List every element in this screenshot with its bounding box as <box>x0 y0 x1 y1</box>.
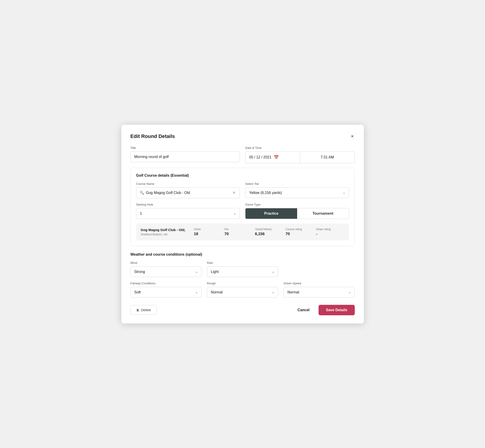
course-name-group: Course Name 🔍 ✕ <box>136 182 240 198</box>
rough-dropdown[interactable]: Short Normal Long Very Long <box>211 290 274 294</box>
select-tee-label: Select Tee <box>245 182 349 185</box>
course-rating-stat: Course rating 70 <box>283 228 314 236</box>
title-label: Title <box>130 146 240 150</box>
course-info-box: Gog Magog Golf Club - Old, Shelford Bott… <box>136 224 349 240</box>
clear-course-button[interactable]: ✕ <box>232 190 236 196</box>
weather-section: Weather and course conditions (optional)… <box>130 252 355 297</box>
delete-button[interactable]: 🗑 Delete <box>130 305 157 315</box>
date-part[interactable]: 05 / 12 / 2021 📅 <box>245 152 300 163</box>
wind-select-wrap: Calm Light Moderate Strong Very Strong ⌄ <box>130 266 202 277</box>
date-value: 05 / 12 / 2021 <box>249 155 271 159</box>
rain-label: Rain <box>207 261 278 264</box>
course-info-name: Gog Magog Golf Club - Old, Shelford Bott… <box>141 228 192 236</box>
golf-section-title: Golf Course details (Essential) <box>136 174 349 177</box>
game-type-toggle: Practice Tournament <box>245 208 349 219</box>
save-button[interactable]: Save Details <box>319 305 355 315</box>
yards-stat: Yards(Yellow) 6,156 <box>253 228 283 236</box>
starting-hole-label: Starting Hole <box>136 203 240 206</box>
holes-stat: Holes 18 <box>192 228 222 236</box>
title-group: Title <box>130 146 240 163</box>
datetime-label: Date & Time <box>245 146 355 150</box>
wind-rain-row: Wind Calm Light Moderate Strong Very Str… <box>130 261 355 277</box>
rain-dropdown[interactable]: None Light Moderate Heavy <box>211 270 274 274</box>
starting-hole-dropdown[interactable]: 1 2 3 10 <box>140 211 236 215</box>
rough-label: Rough <box>207 282 278 285</box>
course-search-wrap: 🔍 ✕ <box>136 187 240 198</box>
holes-label: Holes <box>194 228 201 231</box>
cancel-button[interactable]: Cancel <box>294 305 313 315</box>
course-name-label: Course Name <box>136 182 240 185</box>
wind-dropdown[interactable]: Calm Light Moderate Strong Very Strong <box>134 270 198 274</box>
course-location: Shelford Bottom, UK <box>141 233 192 236</box>
rough-group: Rough Short Normal Long Very Long ⌄ <box>207 282 278 297</box>
holes-value: 18 <box>194 232 198 236</box>
wind-group: Wind Calm Light Moderate Strong Very Str… <box>130 261 202 277</box>
starting-hole-group: Starting Hole 1 2 3 10 ⌄ <box>136 203 240 219</box>
close-button[interactable]: × <box>350 133 355 140</box>
datetime-group: Date & Time 05 / 12 / 2021 📅 7:31 AM <box>245 146 355 163</box>
green-speed-group: Green Speed Slow Normal Fast Very Fast ⌄ <box>283 282 355 297</box>
par-value: 70 <box>224 232 229 236</box>
course-rating-label: Course rating <box>285 228 302 231</box>
fairway-select-wrap: Dry Normal Soft Wet ⌄ <box>130 287 202 297</box>
tournament-button[interactable]: Tournament <box>297 208 349 219</box>
calendar-icon: 📅 <box>274 155 279 160</box>
course-name-display: Gog Magog Golf Club - Old, <box>141 228 192 232</box>
par-label: Par <box>224 228 229 231</box>
course-name-input[interactable] <box>146 188 232 198</box>
yards-label: Yards(Yellow) <box>255 228 272 231</box>
time-value: 7:31 AM <box>321 155 334 159</box>
green-speed-dropdown[interactable]: Slow Normal Fast Very Fast <box>287 290 351 294</box>
slope-rating-stat: Slope rating - <box>314 228 344 236</box>
fairway-dropdown[interactable]: Dry Normal Soft Wet <box>134 290 198 294</box>
footer-row: 🗑 Delete Cancel Save Details <box>130 305 355 315</box>
edit-round-modal: Edit Round Details × Title Date & Time 0… <box>121 125 364 323</box>
green-speed-label: Green Speed <box>283 282 355 285</box>
search-icon: 🔍 <box>140 191 144 195</box>
slope-rating-value: - <box>316 232 317 236</box>
rain-group: Rain None Light Moderate Heavy ⌄ <box>207 261 278 277</box>
slope-rating-label: Slope rating <box>316 228 331 231</box>
modal-header: Edit Round Details × <box>130 133 355 140</box>
weather-section-title: Weather and course conditions (optional) <box>130 252 355 256</box>
select-tee-wrap: Yellow (6,156 yards) White Red Blue ⌄ <box>245 187 349 198</box>
footer-right: Cancel Save Details <box>294 305 355 315</box>
game-type-label: Game Type <box>245 203 349 206</box>
practice-button[interactable]: Practice <box>245 208 297 219</box>
delete-label: Delete <box>141 308 151 312</box>
fairway-group: Fairway Conditions Dry Normal Soft Wet ⌄ <box>130 282 202 297</box>
course-tee-row: Course Name 🔍 ✕ Select Tee Yellow (6,156… <box>136 182 349 198</box>
select-tee-group: Select Tee Yellow (6,156 yards) White Re… <box>245 182 349 198</box>
game-type-group: Game Type Practice Tournament <box>245 203 349 219</box>
title-datetime-row: Title Date & Time 05 / 12 / 2021 📅 7:31 … <box>130 146 355 163</box>
trash-icon: 🗑 <box>136 308 139 312</box>
golf-section: Golf Course details (Essential) Course N… <box>130 168 355 246</box>
starting-hole-wrap: 1 2 3 10 ⌄ <box>136 208 240 219</box>
green-speed-select-wrap: Slow Normal Fast Very Fast ⌄ <box>283 287 355 297</box>
fairway-rough-green-row: Fairway Conditions Dry Normal Soft Wet ⌄… <box>130 282 355 297</box>
rough-select-wrap: Short Normal Long Very Long ⌄ <box>207 287 278 297</box>
course-rating-value: 70 <box>285 232 290 236</box>
fairway-label: Fairway Conditions <box>130 282 202 285</box>
modal-title: Edit Round Details <box>130 133 175 139</box>
time-part[interactable]: 7:31 AM <box>300 152 355 163</box>
wind-label: Wind <box>130 261 202 264</box>
hole-gametype-row: Starting Hole 1 2 3 10 ⌄ Game Type Pract… <box>136 203 349 219</box>
select-tee-dropdown[interactable]: Yellow (6,156 yards) White Red Blue <box>249 191 345 195</box>
title-input[interactable] <box>130 151 240 162</box>
par-stat: Par 70 <box>222 228 252 236</box>
yards-value: 6,156 <box>255 232 265 236</box>
date-time-row: 05 / 12 / 2021 📅 7:31 AM <box>245 151 355 163</box>
rain-select-wrap: None Light Moderate Heavy ⌄ <box>207 266 278 277</box>
